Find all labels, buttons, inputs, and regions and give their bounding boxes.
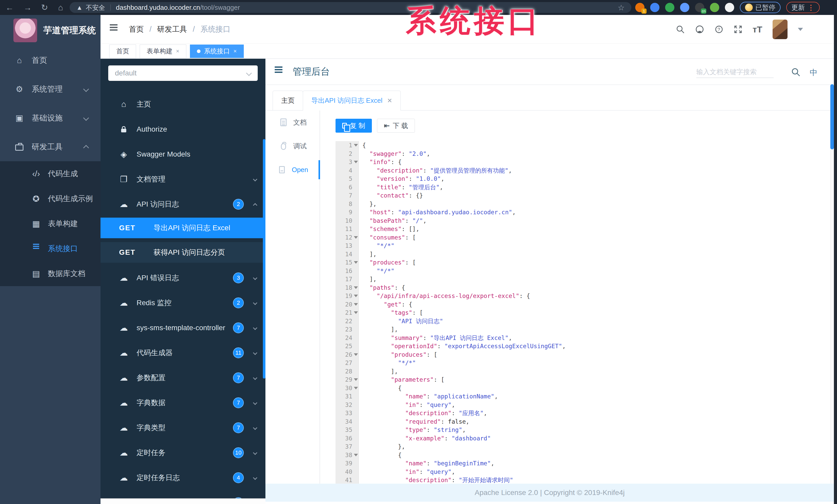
fold-caret-icon[interactable] (354, 261, 358, 264)
extension-translate-icon[interactable]: cn (695, 3, 704, 12)
doc-sidetab-文档[interactable]: 文档 (265, 111, 320, 134)
swagger-nav-Authorize[interactable]: Authorize (101, 117, 265, 142)
controller-参数配置[interactable]: ☁参数配置7 (101, 365, 265, 390)
tag-chip-首页[interactable]: 首页 (109, 44, 136, 58)
logo-row[interactable]: 芋道管理系统 (0, 15, 101, 46)
fold-caret-icon[interactable] (354, 144, 358, 147)
controller-API 错误日志[interactable]: ☁API 错误日志3 (101, 265, 265, 290)
doc-search-input[interactable] (696, 67, 773, 77)
language-toggle-icon[interactable]: 中 (810, 68, 817, 78)
github-icon[interactable] (695, 25, 704, 34)
breadcrumb-item[interactable]: 研发工具 (157, 24, 187, 35)
editor-code[interactable]: { "swagger": "2.0", "info": { "descripti… (362, 141, 821, 484)
controller-字典类型[interactable]: ☁字典类型7 (101, 415, 265, 440)
operation-row[interactable]: GET导出API 访问日志 Excel (101, 218, 263, 238)
controller-sys-sms-template-controller[interactable]: ☁sys-sms-template-controller7 (101, 315, 265, 340)
controller-label: 参数配置 (137, 373, 165, 383)
http-method-badge: GET (119, 248, 150, 257)
browser-menu-icon[interactable]: ⋮ (807, 3, 815, 12)
fold-caret-icon[interactable] (354, 311, 358, 314)
window-scrollbar[interactable] (834, 15, 837, 504)
doc-search-field[interactable] (696, 67, 773, 78)
doc-scroll-thumb[interactable] (830, 84, 834, 149)
tag-chip-表单构建[interactable]: 表单构建× (140, 44, 186, 58)
breadcrumb-item[interactable]: 首页 (129, 24, 144, 35)
sidebar-item-首页[interactable]: ⌂首页 (0, 46, 101, 75)
extension-compass-icon[interactable]: 1 (635, 3, 644, 12)
controller-字典数据[interactable]: ☁字典数据7 (101, 390, 265, 415)
sidebar-subitem-代码生成示例[interactable]: ✪代码生成示例 (0, 186, 101, 211)
sidebar-subitem-系统接口[interactable]: 系统接口 (0, 236, 101, 261)
fold-caret-icon[interactable] (354, 161, 358, 163)
operation-row[interactable]: GET获得API 访问日志分页 (101, 242, 263, 263)
doc-tab-主页[interactable]: 主页 (273, 91, 303, 110)
sidebar-item-研发工具[interactable]: 研发工具 (0, 132, 101, 161)
fold-caret-icon[interactable] (354, 286, 358, 289)
sidebar-item-系统管理[interactable]: ⚙系统管理 (0, 75, 101, 104)
controller-代码生成器[interactable]: ☁代码生成器11 (101, 340, 265, 365)
extension-badge: 1 (641, 8, 646, 14)
browser-reload-icon[interactable]: ↻ (39, 2, 50, 13)
operation-label: 获得API 访问日志分页 (154, 247, 225, 257)
swagger-nav-主页[interactable]: ⌂主页 (101, 92, 265, 117)
code-line: { (362, 384, 821, 392)
chevron-down-icon[interactable] (798, 28, 803, 31)
fold-caret-icon[interactable] (354, 353, 358, 356)
browser-home-icon[interactable]: ⌂ (55, 2, 66, 13)
tag-chip-系统接口[interactable]: 系统接口× (190, 44, 244, 58)
tab-paused-pill[interactable]: 已暂停 (740, 2, 781, 13)
swagger-nav-label: Authorize (137, 125, 167, 133)
doc-sidetab-调试[interactable]: 调试 (265, 134, 320, 158)
fold-caret-icon[interactable] (354, 303, 358, 306)
close-icon[interactable]: × (176, 48, 179, 55)
panel-scrollbar[interactable] (263, 139, 265, 378)
controller-Redis 监控[interactable]: ☁Redis 监控2 (101, 290, 265, 315)
db-icon: ▤ (31, 269, 41, 279)
extension-grid-icon[interactable] (680, 3, 689, 12)
controller-定时任务日志[interactable]: ☁定时任务日志4 (101, 465, 265, 490)
security-label[interactable]: 不安全 (86, 3, 105, 12)
fold-caret-icon[interactable] (354, 387, 358, 389)
fold-caret-icon[interactable] (354, 378, 358, 381)
fold-caret-icon[interactable] (354, 295, 358, 297)
swagger-nav-Swagger Models[interactable]: ◈Swagger Models (101, 142, 265, 167)
controller-定时任务[interactable]: ☁定时任务10 (101, 440, 265, 465)
extension-flower-icon[interactable] (725, 3, 734, 12)
sidebar-item-基础设施[interactable]: ▣基础设施 (0, 104, 101, 132)
copy-button[interactable]: 复 制 (336, 119, 372, 133)
doc-search-icon[interactable] (791, 68, 800, 77)
group-select[interactable]: default (108, 66, 258, 81)
doc-icon (278, 118, 289, 126)
lock-icon (119, 126, 129, 132)
sidebar-subitem-代码生成[interactable]: ‹/›代码生成 (0, 161, 101, 186)
doc-sidetab-Open[interactable]: Open (265, 158, 320, 182)
font-size-icon[interactable]: ᴛT (753, 24, 762, 35)
doc-tab-导出API 访问日志 Excel[interactable]: 导出API 访问日志 Excel✕ (303, 91, 401, 110)
chevron-down-icon (246, 70, 252, 76)
extension-check-icon[interactable] (665, 3, 674, 12)
help-icon[interactable]: ? (715, 25, 723, 34)
sidebar-subitem-数据库文档[interactable]: ▤数据库文档 (0, 261, 101, 286)
swagger-nav-API 访问日志[interactable]: ☁API 访问日志2 (101, 192, 265, 217)
code-line: "required": false, (362, 417, 821, 426)
extension-pin-icon[interactable] (650, 3, 659, 12)
fold-caret-icon[interactable] (354, 454, 358, 456)
doc-scroll-track[interactable] (830, 149, 834, 484)
address-bar[interactable]: ▲ 不安全 dashboard.yudao.iocoder.cn /tool/s… (70, 2, 631, 13)
close-icon[interactable]: ✕ (387, 97, 392, 104)
sidebar-subitem-表单构建[interactable]: ▦表单构建 (0, 211, 101, 236)
browser-update-pill[interactable]: 更新 ⋮ (786, 2, 820, 13)
close-icon[interactable]: × (233, 48, 237, 55)
swagger-nav-label: 文档管理 (137, 174, 165, 184)
code-editor[interactable]: 1234567891011121314151617181920212223242… (336, 141, 823, 484)
download-button[interactable]: ⇤ 下 载 (377, 119, 415, 133)
browser-back-icon[interactable]: ← (4, 2, 15, 13)
fold-caret-icon[interactable] (354, 236, 358, 239)
search-icon[interactable] (676, 25, 685, 34)
avatar[interactable] (772, 20, 787, 39)
extension-frog-icon[interactable] (710, 3, 719, 12)
swagger-nav-文档管理[interactable]: ❐文档管理 (101, 167, 265, 192)
bookmark-star-icon[interactable]: ☆ (618, 3, 625, 12)
fullscreen-icon[interactable] (734, 25, 743, 34)
browser-forward-icon[interactable]: → (22, 2, 33, 13)
